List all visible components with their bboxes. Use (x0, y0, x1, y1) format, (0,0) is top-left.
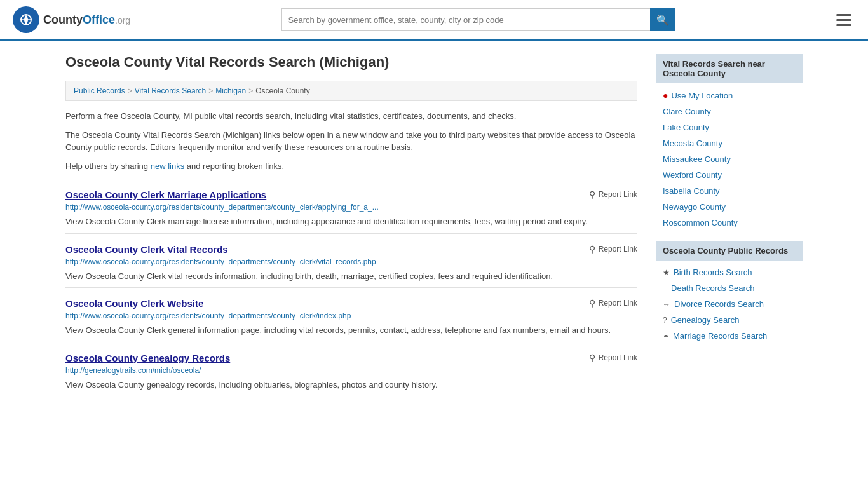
main-container: Osceola County Vital Records Search (Mic… (53, 41, 815, 409)
logo-text: CountyOffice.org (43, 13, 130, 27)
report-link-label-2: Report Link (599, 299, 637, 308)
pin-icon: ● (663, 90, 668, 100)
result-header: Osceola County Clerk Vital Records ⚲ Rep… (65, 244, 637, 255)
public-record-item: + Death Records Search (656, 280, 803, 296)
new-links-link[interactable]: new links (151, 161, 184, 171)
logo-icon (13, 6, 39, 33)
nearby-county-item: Lake County (656, 119, 803, 135)
breadcrumb-vital-records[interactable]: Vital Records Search (135, 86, 207, 95)
public-records-header: Osceola County Public Records (656, 241, 803, 261)
public-record-icon-3: ? (663, 316, 667, 325)
nearby-county-link-4[interactable]: Wexford County (663, 170, 722, 180)
nearby-county-link-3[interactable]: Missaukee County (663, 154, 731, 164)
report-link-0[interactable]: ⚲ Report Link (589, 189, 637, 200)
breadcrumb-current: Osceola County (255, 86, 309, 95)
report-link-label-3: Report Link (599, 353, 637, 362)
result-header: Osceola County Clerk Website ⚲ Report Li… (65, 298, 637, 309)
menu-button[interactable] (832, 8, 855, 31)
result-url-2: http://www.osceola-county.org/residents/… (65, 311, 637, 320)
use-location-link[interactable]: Use My Location (671, 91, 733, 100)
result-url-1: http://www.osceola-county.org/residents/… (65, 257, 637, 266)
search-area: 🔍 (281, 8, 675, 31)
result-title-2[interactable]: Osceola County Clerk Website (65, 298, 203, 309)
result-url-3: http://genealogytrails.com/mich/osceola/ (65, 366, 637, 375)
public-record-item: ↔ Divorce Records Search (656, 296, 803, 312)
public-record-icon-2: ↔ (663, 300, 670, 309)
public-record-item: ★ Birth Records Search (656, 264, 803, 280)
nearby-county-link-0[interactable]: Clare County (663, 107, 711, 116)
nearby-county-item: Roscommon County (656, 215, 803, 231)
menu-bar (836, 19, 851, 21)
result-desc-3: View Osceola County genealogy records, i… (65, 379, 637, 391)
public-record-item: ? Genealogy Search (656, 312, 803, 328)
result-desc-1: View Osceola County Clerk vital records … (65, 270, 637, 283)
use-location-item: ● Use My Location (656, 87, 803, 104)
result-desc-2: View Osceola County Clerk general inform… (65, 324, 637, 337)
search-input[interactable] (281, 8, 650, 31)
public-records-list: ★ Birth Records Search + Death Records S… (656, 264, 803, 344)
public-record-link-4[interactable]: Marriage Records Search (673, 331, 767, 341)
report-link-label-1: Report Link (599, 245, 637, 254)
search-button[interactable]: 🔍 (650, 8, 675, 31)
public-record-icon-4: ⚭ (663, 332, 669, 341)
menu-bar (836, 14, 851, 16)
description-1: Perform a free Osceola County, MI public… (65, 110, 637, 123)
public-record-icon-0: ★ (663, 268, 670, 277)
breadcrumb: Public Records > Vital Records Search > … (65, 81, 637, 101)
report-link-3[interactable]: ⚲ Report Link (589, 353, 637, 363)
breadcrumb-michigan[interactable]: Michigan (215, 86, 246, 95)
nearby-county-item: Missaukee County (656, 151, 803, 167)
description-3: Help others by sharing new links and rep… (65, 160, 637, 173)
page-title: Osceola County Vital Records Search (Mic… (65, 54, 637, 71)
result-title-3[interactable]: Osceola County Genealogy Records (65, 353, 230, 363)
nearby-county-link-2[interactable]: Mecosta County (663, 139, 722, 148)
nearby-section: Vital Records Search near Osceola County… (656, 54, 803, 231)
report-link-label-0: Report Link (599, 190, 637, 199)
result-header: Osceola County Clerk Marriage Applicatio… (65, 189, 637, 200)
result-header: Osceola County Genealogy Records ⚲ Repor… (65, 353, 637, 363)
nearby-counties-list: Clare CountyLake CountyMecosta CountyMis… (656, 104, 803, 231)
public-record-item: ⚭ Marriage Records Search (656, 328, 803, 344)
public-record-link-1[interactable]: Death Records Search (671, 283, 755, 293)
result-title-1[interactable]: Osceola County Clerk Vital Records (65, 244, 228, 255)
result-item: Osceola County Clerk Vital Records ⚲ Rep… (65, 233, 637, 288)
public-record-link-3[interactable]: Genealogy Search (671, 315, 740, 325)
result-item: Osceola County Genealogy Records ⚲ Repor… (65, 342, 637, 396)
nearby-county-link-5[interactable]: Isabella County (663, 186, 720, 196)
public-records-section: Osceola County Public Records ★ Birth Re… (656, 241, 803, 344)
logo-area: CountyOffice.org (13, 6, 130, 33)
menu-bar (836, 24, 851, 26)
report-link-1[interactable]: ⚲ Report Link (589, 244, 637, 254)
result-desc-0: View Osceola County Clerk marriage licen… (65, 215, 637, 228)
report-icon-2: ⚲ (589, 298, 595, 308)
results-list: Osceola County Clerk Marriage Applicatio… (65, 179, 637, 396)
sidebar: Vital Records Search near Osceola County… (656, 54, 803, 396)
result-title-0[interactable]: Osceola County Clerk Marriage Applicatio… (65, 189, 266, 200)
nearby-county-link-7[interactable]: Roscommon County (663, 218, 738, 227)
breadcrumb-public-records[interactable]: Public Records (74, 86, 125, 95)
nearby-county-link-6[interactable]: Newaygo County (663, 202, 726, 212)
report-icon-1: ⚲ (589, 244, 595, 254)
nearby-county-item: Newaygo County (656, 199, 803, 215)
nearby-county-link-1[interactable]: Lake County (663, 123, 709, 132)
nearby-county-item: Mecosta County (656, 135, 803, 151)
public-record-link-2[interactable]: Divorce Records Search (674, 299, 764, 309)
nearby-county-item: Wexford County (656, 167, 803, 183)
nearby-county-item: Clare County (656, 104, 803, 119)
report-icon-0: ⚲ (589, 189, 595, 200)
site-header: CountyOffice.org 🔍 (0, 0, 868, 41)
nearby-county-item: Isabella County (656, 183, 803, 199)
result-item: Osceola County Clerk Marriage Applicatio… (65, 179, 637, 233)
report-icon-3: ⚲ (589, 353, 595, 363)
public-record-icon-1: + (663, 284, 667, 293)
result-item: Osceola County Clerk Website ⚲ Report Li… (65, 287, 637, 342)
nearby-header: Vital Records Search near Osceola County (656, 54, 803, 83)
report-link-2[interactable]: ⚲ Report Link (589, 298, 637, 308)
description-2: The Osceola County Vital Records Search … (65, 129, 637, 154)
result-url-0: http://www.osceola-county.org/residents/… (65, 203, 637, 212)
content-area: Osceola County Vital Records Search (Mic… (65, 54, 637, 396)
public-record-link-0[interactable]: Birth Records Search (674, 268, 752, 277)
